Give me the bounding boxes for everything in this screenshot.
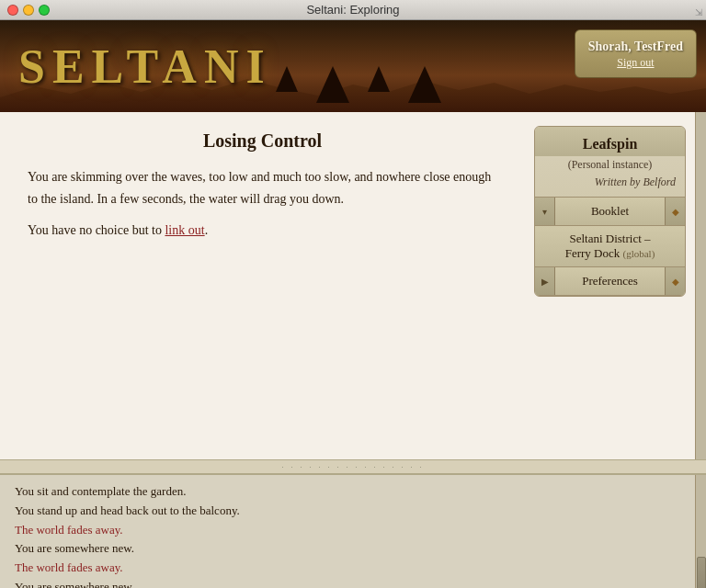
tent-decoration — [408, 66, 441, 103]
booklet-right-button[interactable]: ◆ — [665, 198, 685, 225]
log-line: The world fades away. — [15, 559, 691, 578]
close-button[interactable] — [7, 5, 18, 16]
tent-decoration — [316, 66, 349, 103]
preferences-label[interactable]: Preferences — [555, 268, 665, 294]
separator: · · · · · · · · · · · · · · · · — [0, 459, 706, 474]
diamond-icon: ◆ — [672, 207, 679, 217]
log-scrollbar[interactable] — [695, 475, 706, 588]
instance-name: Leafspin — [535, 127, 685, 156]
story-paragraph-2: You have no choice but to link out. — [28, 220, 497, 242]
story-title: Losing Control — [28, 130, 497, 152]
user-panel: Shorah, TestFred Sign out — [575, 29, 697, 78]
window-title: Seltani: Exploring — [306, 3, 399, 17]
log-line: You are somewhere new. — [15, 578, 691, 588]
instance-author: Written by Belford — [535, 174, 685, 197]
location-row: Seltani District – Ferry Dock (global) — [535, 226, 685, 267]
arrow-down-icon: ▾ — [542, 207, 547, 217]
window-controls — [7, 5, 50, 16]
paragraph2-prefix: You have no choice but to — [28, 223, 165, 237]
arrow-right-icon: ▶ — [541, 277, 549, 287]
location-line2: Ferry Dock (global) — [544, 246, 676, 261]
log-line: You are somewhere new. — [15, 539, 691, 559]
main-scrollbar[interactable] — [695, 112, 706, 459]
booklet-label[interactable]: Booklet — [555, 198, 665, 224]
story-paragraph-1: You are skimming over the waves, too low… — [28, 166, 497, 210]
link-out-link[interactable]: link out — [165, 223, 204, 237]
title-bar: Seltani: Exploring ⇲ — [0, 0, 706, 20]
story-text: You are skimming over the waves, too low… — [28, 166, 497, 241]
maximize-button[interactable] — [39, 5, 50, 16]
location-tag: (global) — [623, 248, 655, 259]
diamond-icon: ◆ — [672, 277, 679, 287]
sign-out-button[interactable]: Sign out — [588, 56, 683, 70]
header-tents — [276, 66, 441, 103]
log-line: The world fades away. — [15, 521, 691, 540]
log-line: You sit and contemplate the garden. — [15, 482, 691, 502]
main-content: Losing Control You are skimming over the… — [0, 112, 706, 459]
tent-decoration — [368, 66, 390, 92]
location-name: Ferry Dock — [565, 246, 621, 260]
preferences-right-button[interactable]: ◆ — [665, 267, 685, 295]
booklet-row: ▾ Booklet ◆ — [535, 198, 685, 226]
location-line1: Seltani District – — [544, 232, 676, 246]
booklet-left-button[interactable]: ▾ — [535, 198, 555, 225]
resize-icon: ⇲ — [695, 7, 702, 17]
log-scrollbar-thumb[interactable] — [697, 557, 706, 588]
paragraph2-suffix: . — [205, 223, 209, 237]
separator-dots: · · · · · · · · · · · · · · · · — [282, 463, 425, 471]
instance-type: (Personal instance) — [535, 156, 685, 174]
log-line: You stand up and head back out to the ba… — [15, 502, 691, 521]
tent-decoration — [276, 66, 298, 92]
minimize-button[interactable] — [23, 5, 34, 16]
site-logo: SELTANI — [0, 40, 272, 94]
preferences-row: ▶ Preferences ◆ — [535, 267, 685, 296]
header-banner: SELTANI Shorah, TestFred Sign out — [0, 20, 706, 112]
side-panel: Leafspin (Personal instance) Written by … — [534, 126, 686, 297]
preferences-left-button[interactable]: ▶ — [535, 267, 555, 295]
log-area: You sit and contemplate the garden. You … — [0, 474, 706, 588]
user-name: Shorah, TestFred — [588, 40, 683, 53]
story-area: Losing Control You are skimming over the… — [0, 112, 525, 459]
